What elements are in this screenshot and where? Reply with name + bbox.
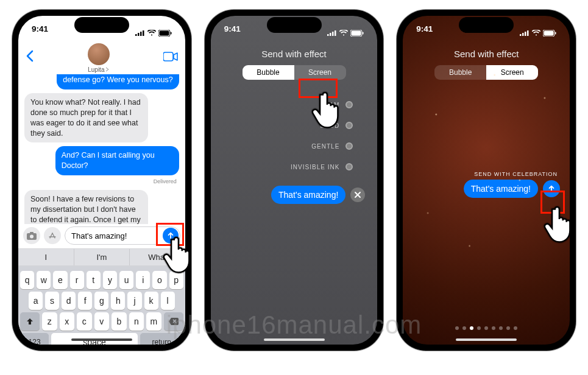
svg-rect-19: [520, 34, 522, 36]
key-e[interactable]: e: [53, 271, 67, 289]
home-indicator[interactable]: [264, 338, 325, 341]
status-time: 9:41: [224, 24, 241, 41]
wifi-icon: [147, 30, 156, 36]
key-f[interactable]: f: [78, 292, 92, 310]
svg-rect-7: [163, 52, 173, 61]
back-button[interactable]: [26, 50, 34, 66]
key-r[interactable]: r: [70, 271, 84, 289]
effect-option-loud[interactable]: LOUD: [211, 115, 353, 136]
svg-rect-0: [135, 34, 137, 36]
effect-title: Send with effect: [211, 49, 378, 59]
message-input-text: That's amazing!: [71, 231, 127, 240]
page-dot[interactable]: [470, 326, 473, 330]
signal-icon: [327, 30, 337, 36]
home-indicator[interactable]: [456, 338, 517, 341]
svg-rect-25: [555, 32, 556, 34]
key-a[interactable]: a: [29, 292, 43, 310]
key-p[interactable]: p: [169, 271, 183, 289]
key-c[interactable]: c: [77, 312, 92, 331]
send-with-effect-button[interactable]: [543, 180, 560, 197]
key-x[interactable]: x: [60, 312, 75, 331]
page-dot[interactable]: [492, 326, 495, 330]
svg-rect-14: [332, 32, 334, 36]
message-out[interactable]: And? Can I start calling you Doctor?: [55, 146, 179, 175]
key-k[interactable]: k: [144, 292, 158, 310]
phone-effects-screen: 9:41 Send with effect Bubble Screen SEND…: [397, 10, 576, 351]
tab-bubble[interactable]: Bubble: [243, 65, 294, 80]
page-dot[interactable]: [484, 326, 488, 330]
key-m[interactable]: m: [146, 312, 161, 331]
key-w[interactable]: w: [37, 271, 51, 289]
key-s[interactable]: s: [45, 292, 59, 310]
radio-dot: [345, 163, 353, 170]
message-in[interactable]: Soon! I have a few revisions to my disse…: [24, 190, 148, 224]
svg-rect-9: [30, 232, 34, 234]
effect-tabs: Bubble Screen: [434, 65, 538, 80]
key-n[interactable]: n: [129, 312, 144, 331]
status-time: 9:41: [416, 24, 433, 41]
tab-screen[interactable]: Screen: [486, 65, 538, 80]
key-u[interactable]: u: [119, 271, 133, 289]
effect-title: Send with effect: [403, 49, 570, 59]
wifi-icon: [339, 30, 348, 36]
home-indicator[interactable]: [71, 338, 132, 341]
appstore-button[interactable]: [44, 227, 61, 244]
key-d[interactable]: d: [62, 292, 76, 310]
svg-rect-17: [352, 30, 361, 35]
delete-key[interactable]: [164, 312, 183, 331]
nav-bar: Lupita: [18, 41, 185, 74]
radio-dot: [345, 142, 353, 150]
page-dot[interactable]: [462, 326, 466, 330]
contact-header[interactable]: Lupita: [88, 43, 110, 73]
message-thread[interactable]: defense go? Were you nervous? You know w…: [18, 74, 185, 224]
key-g[interactable]: g: [94, 292, 108, 310]
key-j[interactable]: j: [127, 292, 141, 310]
message-input[interactable]: That's amazing!: [65, 226, 180, 245]
effect-option-slam[interactable]: SLAM: [211, 94, 353, 115]
page-dot[interactable]: [455, 326, 459, 330]
effect-tabs: Bubble Screen: [243, 65, 346, 80]
phone-messages: 9:41 Lupita defe: [12, 10, 191, 351]
key-h[interactable]: h: [111, 292, 125, 310]
send-button[interactable]: [163, 228, 179, 244]
return-key[interactable]: return: [140, 333, 183, 345]
key-q[interactable]: q: [20, 271, 34, 289]
page-dot[interactable]: [506, 326, 510, 330]
effect-option-gentle[interactable]: GENTLE: [211, 136, 353, 156]
message-out[interactable]: defense go? Were you nervous?: [57, 74, 179, 89]
key-o[interactable]: o: [152, 271, 166, 289]
key-y[interactable]: y: [103, 271, 117, 289]
svg-rect-21: [525, 32, 526, 36]
predictive-option[interactable]: What: [129, 249, 185, 265]
key-t[interactable]: t: [87, 271, 101, 289]
tab-bubble[interactable]: Bubble: [434, 65, 486, 80]
effect-option-invisible[interactable]: INVISIBLE INK: [211, 156, 353, 177]
key-i[interactable]: i: [136, 271, 150, 289]
key-l[interactable]: l: [161, 292, 175, 310]
facetime-button[interactable]: [163, 52, 178, 64]
numbers-key[interactable]: 123: [20, 333, 49, 345]
key-z[interactable]: z: [42, 312, 57, 331]
wifi-icon: [532, 30, 540, 36]
svg-rect-6: [171, 32, 172, 34]
page-dot[interactable]: [499, 326, 503, 330]
battery-icon: [543, 30, 556, 37]
camera-button[interactable]: [23, 227, 40, 244]
message-in[interactable]: You know what? Not really. I had done so…: [24, 93, 148, 143]
dynamic-island: [459, 17, 514, 33]
svg-rect-20: [522, 33, 524, 36]
key-b[interactable]: b: [112, 312, 127, 331]
cancel-button[interactable]: [350, 188, 365, 202]
shift-key[interactable]: [20, 312, 40, 331]
predictive-option[interactable]: I: [18, 249, 74, 265]
tab-screen[interactable]: Screen: [294, 65, 346, 80]
key-v[interactable]: v: [94, 312, 110, 331]
preview-bubble: That's amazing!: [464, 180, 538, 198]
page-indicator[interactable]: [403, 326, 570, 330]
svg-rect-13: [330, 33, 331, 36]
dynamic-island: [267, 17, 322, 33]
predictive-option[interactable]: I'm: [74, 249, 130, 265]
svg-rect-15: [335, 30, 336, 36]
page-dot[interactable]: [477, 326, 481, 330]
page-dot[interactable]: [514, 326, 517, 330]
